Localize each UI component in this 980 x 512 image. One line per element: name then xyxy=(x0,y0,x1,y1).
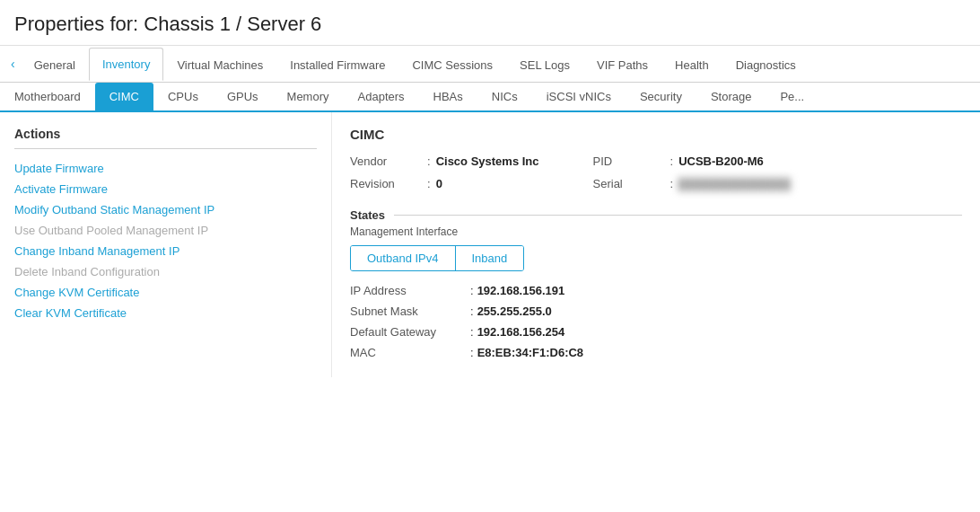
pid-row: PID : UCSB-B200-M6 xyxy=(593,154,792,168)
vendor-row: Vendor : Cisco Systems Inc xyxy=(350,154,539,168)
tab-second-cpus[interactable]: CPUs xyxy=(153,83,213,110)
tab-top-diagnostics[interactable]: Diagnostics xyxy=(722,49,809,81)
serial-value: ████████████ xyxy=(678,178,792,190)
second-tab-bar: Motherboard CIMC CPUs GPUs Memory Adapte… xyxy=(0,83,980,112)
detail-key-subnet: Subnet Mask xyxy=(350,305,467,318)
cimc-section-title: CIMC xyxy=(350,127,962,142)
tab-second-iscsi-vnics[interactable]: iSCSI vNICs xyxy=(532,83,626,110)
detail-sep-subnet: : xyxy=(470,305,474,318)
top-tab-bar: ‹ General Inventory Virtual Machines Ins… xyxy=(0,46,980,83)
tab-second-motherboard[interactable]: Motherboard xyxy=(0,83,95,110)
tab-top-virtual-machines[interactable]: Virtual Machines xyxy=(163,49,276,81)
detail-sep-ip: : xyxy=(470,284,474,297)
pid-sep: : xyxy=(670,154,674,168)
tab-second-nics[interactable]: NICs xyxy=(477,83,532,110)
detail-row-mac: MAC : E8:EB:34:F1:D6:C8 xyxy=(350,342,962,363)
page-title: Properties for: Chassis 1 / Server 6 xyxy=(0,0,980,46)
vendor-sep: : xyxy=(427,154,431,168)
detail-key-mac: MAC xyxy=(350,346,467,359)
tab-second-security[interactable]: Security xyxy=(626,83,696,110)
tab-top-vif-paths[interactable]: VIF Paths xyxy=(583,49,661,81)
serial-label: Serial xyxy=(593,177,665,190)
states-section: States Management Interface Outband IPv4… xyxy=(350,208,962,363)
tab-nav-arrow-left[interactable]: ‹ xyxy=(5,46,21,82)
detail-row-subnet: Subnet Mask : 255.255.255.0 xyxy=(350,301,962,322)
revision-label: Revision xyxy=(350,177,422,190)
detail-key-ip: IP Address xyxy=(350,284,467,297)
vendor-label: Vendor xyxy=(350,154,422,168)
detail-val-subnet: 255.255.255.0 xyxy=(477,305,552,318)
tab-top-general[interactable]: General xyxy=(21,49,89,81)
detail-val-gateway: 192.168.156.254 xyxy=(477,325,565,339)
sidebar-link-modify-outband[interactable]: Modify Outband Static Management IP xyxy=(14,199,317,220)
right-panel: CIMC Vendor : Cisco Systems Inc Revision… xyxy=(332,112,980,377)
mgmt-interface-label: Management Interface xyxy=(350,225,962,238)
tab-second-pe[interactable]: Pe... xyxy=(766,83,818,110)
tab-top-sel-logs[interactable]: SEL Logs xyxy=(506,49,583,81)
revision-row: Revision : 0 xyxy=(350,177,539,190)
vendor-value: Cisco Systems Inc xyxy=(436,154,539,168)
tab-top-inventory[interactable]: Inventory xyxy=(89,48,163,81)
pid-col: PID : UCSB-B200-M6 Serial : ████████████ xyxy=(593,154,792,199)
detail-sep-mac: : xyxy=(470,346,474,359)
inner-tab-outband-ipv4[interactable]: Outband IPv4 xyxy=(351,246,456,270)
inner-tab-inband[interactable]: Inband xyxy=(456,246,524,270)
tab-second-memory[interactable]: Memory xyxy=(273,83,344,110)
tab-second-cimc[interactable]: CIMC xyxy=(95,83,153,110)
tab-top-cimc-sessions[interactable]: CIMC Sessions xyxy=(398,49,506,81)
sidebar-link-clear-kvm-cert[interactable]: Clear KVM Certificate xyxy=(14,303,317,323)
detail-key-gateway: Default Gateway xyxy=(350,325,467,339)
sidebar-link-use-outband-pooled: Use Outband Pooled Management IP xyxy=(14,220,317,241)
info-grid: Vendor : Cisco Systems Inc Revision : 0 … xyxy=(350,154,962,199)
sidebar-link-change-inband[interactable]: Change Inband Management IP xyxy=(14,241,317,261)
sidebar-actions-title: Actions xyxy=(14,127,317,149)
tab-top-health[interactable]: Health xyxy=(661,49,722,81)
sidebar: Actions Update Firmware Activate Firmwar… xyxy=(0,112,332,377)
detail-sep-gateway: : xyxy=(470,325,474,339)
revision-value: 0 xyxy=(436,177,442,190)
revision-sep: : xyxy=(427,177,431,190)
tab-top-installed-firmware[interactable]: Installed Firmware xyxy=(276,49,398,81)
vendor-col: Vendor : Cisco Systems Inc Revision : 0 xyxy=(350,154,539,199)
tab-second-storage[interactable]: Storage xyxy=(696,83,766,110)
pid-value: UCSB-B200-M6 xyxy=(678,154,764,168)
detail-table: IP Address : 192.168.156.191 Subnet Mask… xyxy=(350,280,962,363)
serial-row: Serial : ████████████ xyxy=(593,177,792,190)
sidebar-link-update-firmware[interactable]: Update Firmware xyxy=(14,158,317,179)
detail-val-ip: 192.168.156.191 xyxy=(477,284,565,297)
pid-label: PID xyxy=(593,154,665,168)
detail-val-mac: E8:EB:34:F1:D6:C8 xyxy=(477,346,583,359)
inner-tab-bar: Outband IPv4 Inband xyxy=(350,245,524,271)
sidebar-link-change-kvm-cert[interactable]: Change KVM Certificate xyxy=(14,282,317,303)
main-content: Actions Update Firmware Activate Firmwar… xyxy=(0,112,980,377)
tab-second-hbas[interactable]: HBAs xyxy=(419,83,477,110)
detail-row-ip: IP Address : 192.168.156.191 xyxy=(350,280,962,301)
tab-second-adapters[interactable]: Adapters xyxy=(344,83,419,110)
sidebar-link-delete-inband: Delete Inband Configuration xyxy=(14,261,317,282)
states-label: States xyxy=(350,208,962,222)
detail-row-gateway: Default Gateway : 192.168.156.254 xyxy=(350,322,962,342)
tab-second-gpus[interactable]: GPUs xyxy=(213,83,273,110)
serial-sep: : xyxy=(670,177,674,190)
sidebar-link-activate-firmware[interactable]: Activate Firmware xyxy=(14,179,317,199)
